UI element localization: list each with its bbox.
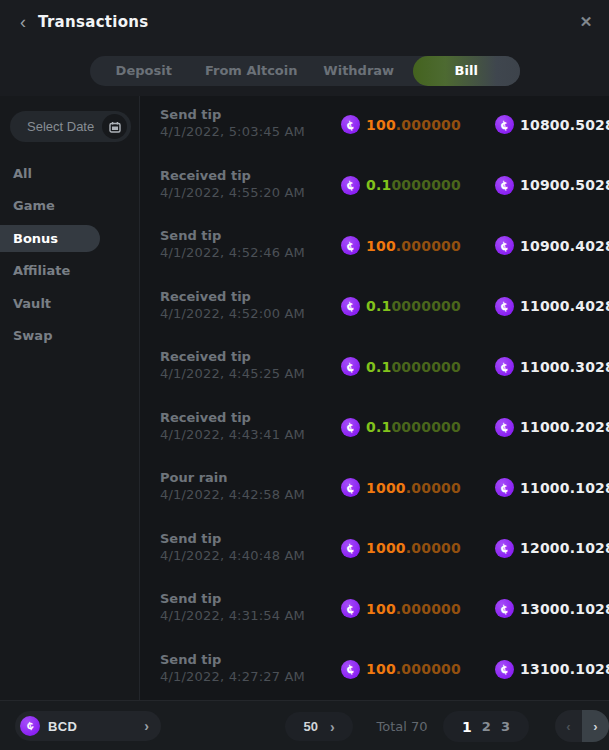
- transactions-modal: ‹ Transactions ✕ Deposit From Altcoin Wi…: [0, 0, 609, 750]
- transaction-datetime: 4/1/2022, 4:55:20 AM: [160, 185, 305, 200]
- amount-value: 100.000000: [366, 117, 461, 133]
- total-count-label: Total 70: [372, 719, 432, 734]
- transaction-row: Send tip 4/1/2022, 4:52:46 AM ¢ 100.0000…: [140, 221, 609, 282]
- transaction-amount: ¢ 0.10000000: [341, 357, 461, 376]
- prev-page-button[interactable]: ‹: [555, 710, 582, 742]
- page-number[interactable]: 1: [462, 719, 472, 735]
- amount-value: 1000.00000: [366, 480, 461, 496]
- balance-value: 11000.4028: [520, 298, 609, 314]
- chevron-right-icon: ›: [144, 718, 149, 734]
- page-number[interactable]: 3: [501, 719, 510, 734]
- filter-item[interactable]: Swap: [0, 320, 139, 352]
- tab[interactable]: Bill: [413, 56, 521, 86]
- transaction-datetime: 4/1/2022, 4:52:46 AM: [160, 245, 305, 260]
- transaction-amount: ¢ 0.10000000: [341, 176, 461, 195]
- transaction-type: Send tip: [160, 652, 221, 667]
- transaction-row: Received tip 4/1/2022, 4:52:00 AM ¢ 0.10…: [140, 282, 609, 343]
- transaction-balance: ¢ 13000.1028: [495, 599, 609, 618]
- amount-value: 0.10000000: [366, 298, 461, 314]
- transaction-row: Send tip 4/1/2022, 4:40:48 AM ¢ 1000.000…: [140, 524, 609, 585]
- bcd-coin-icon: ¢: [341, 176, 360, 195]
- footer-bar: ¢ BCD › 50 › Total 70 1 2 3 ‹ ›: [0, 700, 609, 750]
- balance-value: 10800.5028: [520, 117, 609, 133]
- modal-header: ‹ Transactions ✕: [0, 0, 609, 44]
- currency-selector[interactable]: ¢ BCD ›: [15, 711, 161, 741]
- transaction-datetime: 4/1/2022, 4:45:25 AM: [160, 366, 305, 381]
- close-icon[interactable]: ✕: [575, 11, 597, 33]
- balance-value: 10900.4028: [520, 238, 609, 254]
- bcd-coin-icon: ¢: [495, 236, 514, 255]
- balance-value: 12000.1028: [520, 540, 609, 556]
- page-number[interactable]: 2: [482, 719, 491, 734]
- currency-label: BCD: [48, 719, 144, 734]
- transaction-type: Received tip: [160, 289, 251, 304]
- amount-value: 0.10000000: [366, 359, 461, 375]
- filter-item[interactable]: Bonus: [0, 225, 100, 252]
- bcd-coin-icon: ¢: [495, 599, 514, 618]
- transaction-balance: ¢ 11000.3028: [495, 357, 609, 376]
- transaction-datetime: 4/1/2022, 4:40:48 AM: [160, 548, 305, 563]
- bcd-coin-icon: ¢: [495, 660, 514, 679]
- bcd-coin-icon: ¢: [495, 418, 514, 437]
- bcd-coin-icon: ¢: [495, 297, 514, 316]
- pager-arrows: ‹ ›: [555, 710, 609, 742]
- balance-value: 13100.1028: [520, 661, 609, 677]
- tab[interactable]: From Altcoin: [198, 56, 306, 86]
- transaction-balance: ¢ 11000.4028: [495, 297, 609, 316]
- transaction-row: Received tip 4/1/2022, 4:45:25 AM ¢ 0.10…: [140, 342, 609, 403]
- transaction-balance: ¢ 13100.1028: [495, 660, 609, 679]
- filter-sidebar: Select Date All Game Bonus: [0, 96, 139, 700]
- transaction-datetime: 4/1/2022, 4:27:27 AM: [160, 669, 305, 684]
- bcd-coin-icon: ¢: [495, 539, 514, 558]
- filter-item[interactable]: All: [0, 158, 139, 190]
- select-date-button[interactable]: Select Date: [10, 111, 131, 142]
- transaction-row: Pour rain 4/1/2022, 4:42:58 AM ¢ 1000.00…: [140, 463, 609, 524]
- transaction-type: Send tip: [160, 107, 221, 122]
- bcd-coin-icon: ¢: [341, 599, 360, 618]
- amount-value: 0.10000000: [366, 419, 461, 435]
- transaction-balance: ¢ 10800.5028: [495, 115, 609, 134]
- bcd-coin-icon: ¢: [341, 539, 360, 558]
- filter-item[interactable]: Vault: [0, 288, 139, 320]
- transaction-type: Received tip: [160, 168, 251, 183]
- tab[interactable]: Deposit: [90, 56, 198, 86]
- balance-value: 11000.3028: [520, 359, 609, 375]
- bcd-coin-icon: ¢: [495, 478, 514, 497]
- bcd-coin-icon: ¢: [341, 418, 360, 437]
- amount-value: 0.10000000: [366, 177, 461, 193]
- transaction-list: Send tip 4/1/2022, 5:03:45 AM ¢ 100.0000…: [140, 100, 609, 700]
- transaction-balance: ¢ 11000.2028: [495, 418, 609, 437]
- transaction-row: Received tip 4/1/2022, 4:55:20 AM ¢ 0.10…: [140, 161, 609, 222]
- transaction-amount: ¢ 100.000000: [341, 115, 461, 134]
- transaction-type: Received tip: [160, 410, 251, 425]
- page-size-value: 50: [303, 719, 317, 734]
- transaction-type: Pour rain: [160, 470, 228, 485]
- bcd-coin-icon: ¢: [341, 478, 360, 497]
- bcd-coin-icon: ¢: [341, 357, 360, 376]
- bcd-coin-icon: ¢: [495, 357, 514, 376]
- transaction-datetime: 4/1/2022, 4:42:58 AM: [160, 487, 305, 502]
- pagination: 1 2 3: [443, 711, 529, 742]
- balance-value: 11000.1028: [520, 480, 609, 496]
- next-page-button[interactable]: ›: [582, 710, 609, 742]
- transaction-balance: ¢ 10900.4028: [495, 236, 609, 255]
- transaction-balance: ¢ 10900.5028: [495, 176, 609, 195]
- page-size-selector[interactable]: 50 ›: [285, 712, 353, 741]
- bcd-coin-icon: ¢: [341, 236, 360, 255]
- transaction-tabs: Deposit From Altcoin Withdraw Bill: [90, 56, 520, 86]
- bcd-coin-icon: ¢: [341, 115, 360, 134]
- transaction-amount: ¢ 100.000000: [341, 236, 461, 255]
- transaction-amount: ¢ 100.000000: [341, 660, 461, 679]
- filter-item[interactable]: Affiliate: [0, 255, 139, 287]
- transaction-row: Send tip 4/1/2022, 4:31:54 AM ¢ 100.0000…: [140, 584, 609, 645]
- transaction-amount: ¢ 1000.00000: [341, 539, 461, 558]
- bcd-coin-icon: ¢: [341, 297, 360, 316]
- filter-item[interactable]: Game: [0, 190, 139, 222]
- transaction-type: Send tip: [160, 228, 221, 243]
- transaction-amount: ¢ 0.10000000: [341, 297, 461, 316]
- amount-value: 100.000000: [366, 601, 461, 617]
- amount-value: 1000.00000: [366, 540, 461, 556]
- tab[interactable]: Withdraw: [305, 56, 413, 86]
- filter-list: All Game Bonus Affiliate Vault Swap: [0, 158, 139, 352]
- back-button[interactable]: ‹: [12, 11, 34, 33]
